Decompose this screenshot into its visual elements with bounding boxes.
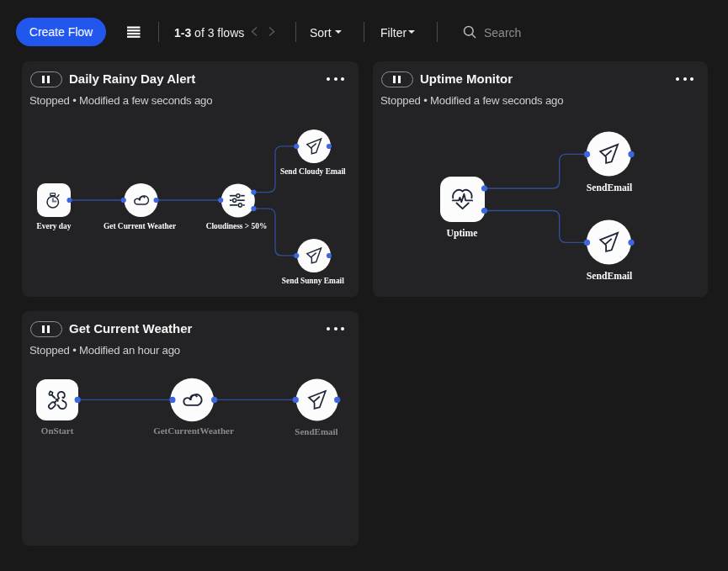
svg-text:SendEmail: SendEmail: [587, 182, 633, 193]
svg-text:SendEmail: SendEmail: [295, 426, 337, 436]
svg-text:Get Current Weather: Get Current Weather: [104, 222, 176, 230]
svg-text:GetCurrentWeather: GetCurrentWeather: [153, 426, 234, 436]
svg-text:Send Sunny Email: Send Sunny Email: [282, 277, 344, 285]
svg-text:Every day: Every day: [37, 222, 72, 230]
svg-text:Send Cloudy Email: Send Cloudy Email: [280, 167, 346, 176]
svg-text:Cloudiness > 50%: Cloudiness > 50%: [206, 222, 268, 230]
svg-text:SendEmail: SendEmail: [587, 271, 633, 282]
svg-text:Uptime: Uptime: [446, 228, 477, 239]
svg-text:OnStart: OnStart: [41, 426, 74, 436]
